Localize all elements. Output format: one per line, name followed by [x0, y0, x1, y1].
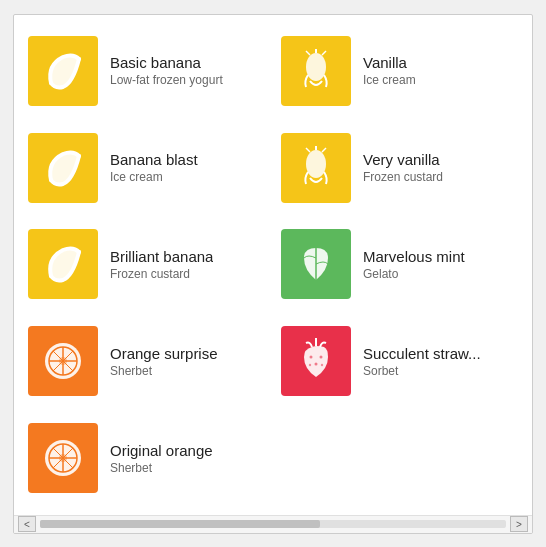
list-item[interactable]: Succulent straw... Sorbet [275, 315, 524, 408]
item-icon-original-orange [28, 423, 98, 493]
scroll-left-button[interactable]: < [18, 516, 36, 532]
item-subtitle: Sherbet [110, 364, 218, 378]
item-icon-very-vanilla [281, 133, 351, 203]
list-item[interactable]: Original orange Sherbet [22, 412, 271, 505]
item-name: Brilliant banana [110, 248, 213, 265]
list-item[interactable]: Basic banana Low-fat frozen yogurt [22, 25, 271, 118]
svg-point-0 [306, 53, 326, 81]
svg-line-7 [322, 148, 326, 152]
item-subtitle: Gelato [363, 267, 465, 281]
scroll-track[interactable] [40, 520, 506, 528]
svg-point-19 [321, 364, 323, 366]
item-text-succulent-strawberry: Succulent straw... Sorbet [363, 345, 481, 378]
item-text-banana-blast: Banana blast Ice cream [110, 151, 198, 184]
item-subtitle: Ice cream [363, 73, 416, 87]
item-name: Marvelous mint [363, 248, 465, 265]
svg-point-15 [310, 356, 313, 359]
item-text-original-orange: Original orange Sherbet [110, 442, 213, 475]
item-text-vanilla: Vanilla Ice cream [363, 54, 416, 87]
item-name: Orange surprise [110, 345, 218, 362]
svg-point-14 [59, 357, 67, 365]
item-icon-banana-blast [28, 133, 98, 203]
scrollbar: < > [14, 515, 532, 533]
item-subtitle: Sorbet [363, 364, 481, 378]
item-subtitle: Frozen custard [110, 267, 213, 281]
item-subtitle: Sherbet [110, 461, 213, 475]
svg-point-16 [320, 356, 323, 359]
svg-point-17 [315, 363, 318, 366]
item-text-very-vanilla: Very vanilla Frozen custard [363, 151, 443, 184]
list-item[interactable]: Vanilla Ice cream [275, 25, 524, 118]
list-item[interactable]: Banana blast Ice cream [22, 121, 271, 214]
item-text-orange-surprise: Orange surprise Sherbet [110, 345, 218, 378]
scroll-thumb [40, 520, 320, 528]
item-icon-basic-banana [28, 36, 98, 106]
svg-point-26 [59, 454, 67, 462]
list-item[interactable]: Marvelous mint Gelato [275, 218, 524, 311]
svg-line-3 [322, 51, 326, 55]
svg-line-6 [306, 148, 310, 152]
list-item[interactable]: Very vanilla Frozen custard [275, 121, 524, 214]
svg-point-4 [306, 150, 326, 178]
main-container: Basic banana Low-fat frozen yogurt Vanil… [13, 14, 533, 534]
item-text-basic-banana: Basic banana Low-fat frozen yogurt [110, 54, 223, 87]
item-icon-succulent-strawberry [281, 326, 351, 396]
item-name: Banana blast [110, 151, 198, 168]
item-text-brilliant-banana: Brilliant banana Frozen custard [110, 248, 213, 281]
item-text-marvelous-mint: Marvelous mint Gelato [363, 248, 465, 281]
item-icon-orange-surprise [28, 326, 98, 396]
item-subtitle: Low-fat frozen yogurt [110, 73, 223, 87]
scroll-right-button[interactable]: > [510, 516, 528, 532]
item-icon-vanilla [281, 36, 351, 106]
svg-point-18 [309, 364, 311, 366]
item-name: Very vanilla [363, 151, 443, 168]
item-icon-marvelous-mint [281, 229, 351, 299]
list-item[interactable]: Orange surprise Sherbet [22, 315, 271, 408]
item-name: Original orange [110, 442, 213, 459]
items-grid: Basic banana Low-fat frozen yogurt Vanil… [14, 15, 532, 515]
list-item[interactable]: Brilliant banana Frozen custard [22, 218, 271, 311]
item-subtitle: Frozen custard [363, 170, 443, 184]
item-name: Basic banana [110, 54, 223, 71]
item-icon-brilliant-banana [28, 229, 98, 299]
svg-line-2 [306, 51, 310, 55]
item-subtitle: Ice cream [110, 170, 198, 184]
item-name: Succulent straw... [363, 345, 481, 362]
item-name: Vanilla [363, 54, 416, 71]
